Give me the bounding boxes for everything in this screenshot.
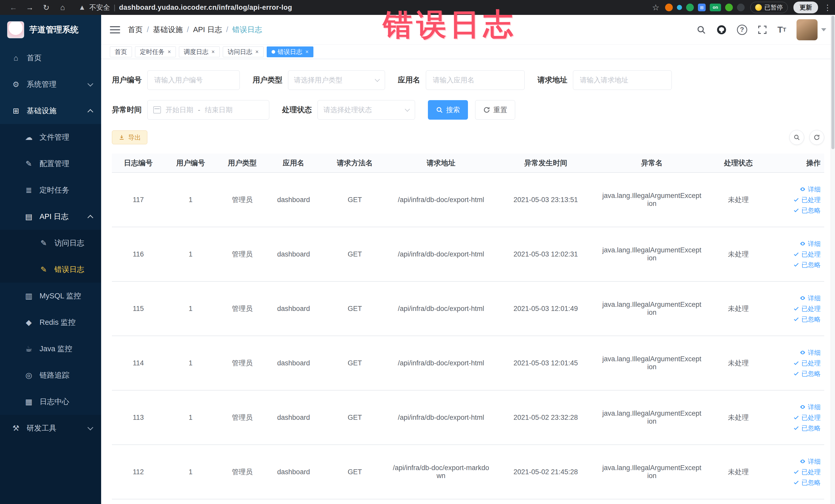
close-icon[interactable]: × xyxy=(256,48,259,55)
reload-icon[interactable]: ↻ xyxy=(39,3,54,12)
sidebar-item[interactable]: ≣定时任务 xyxy=(0,177,101,203)
chrome-menu-icon[interactable]: ⋮ xyxy=(824,3,829,12)
app-frame: 芋道管理系统 ⌂首页⚙系统管理⊞基础设施☁文件管理✎配置管理≣定时任务▤API … xyxy=(0,15,835,504)
extension-icon[interactable]: on xyxy=(710,4,721,11)
tab-item[interactable]: 定时任务× xyxy=(135,46,176,57)
extension-icon[interactable] xyxy=(725,4,733,11)
request-url-input[interactable] xyxy=(573,70,672,90)
column-header: 请求方法名 xyxy=(319,154,391,173)
tab-home[interactable]: 首页 xyxy=(110,46,132,57)
sidebar-item[interactable]: ▥MySQL 监控 xyxy=(0,283,101,309)
tab-item[interactable]: 调度日志× xyxy=(179,46,220,57)
sidebar-item[interactable]: ◎链路追踪 xyxy=(0,362,101,388)
back-icon[interactable]: ← xyxy=(6,3,21,12)
extension-icon[interactable] xyxy=(737,4,745,11)
sidebar-item-label: 定时任务 xyxy=(40,185,93,195)
extension-icon[interactable] xyxy=(686,4,694,11)
help-icon[interactable]: ? xyxy=(737,25,747,35)
tab-item[interactable]: 访问日志× xyxy=(223,46,264,57)
search-button[interactable]: 搜索 xyxy=(428,100,468,120)
process-status-select[interactable]: 请选择处理状态 xyxy=(318,100,415,120)
sidebar-item[interactable]: ▦日志中心 xyxy=(0,388,101,415)
user-id-input[interactable] xyxy=(147,70,240,90)
forward-icon[interactable]: → xyxy=(23,3,37,12)
error-log-icon: ✎ xyxy=(39,265,49,274)
search-icon[interactable] xyxy=(696,25,706,35)
sidebar-toggle-icon[interactable] xyxy=(110,24,120,36)
home-icon[interactable]: ⌂ xyxy=(56,3,70,12)
cell-method: GET xyxy=(319,227,391,281)
font-size-icon[interactable]: TT xyxy=(777,25,786,35)
processed-link[interactable]: 已处理 xyxy=(775,415,821,421)
sidebar: 芋道管理系统 ⌂首页⚙系统管理⊞基础设施☁文件管理✎配置管理≣定时任务▤API … xyxy=(0,15,101,504)
scrollbar[interactable] xyxy=(831,15,835,504)
export-button[interactable]: 导出 xyxy=(112,130,147,144)
address-bar[interactable]: ▲ 不安全 | dashboard.yudao.iocoder.cn/infra… xyxy=(79,3,650,12)
sidebar-item[interactable]: ⊞基础设施 xyxy=(0,98,101,124)
bookmark-star-icon[interactable]: ☆ xyxy=(652,3,659,12)
java-icon: ☕ xyxy=(24,344,34,353)
cell-user_type: 管理员 xyxy=(217,173,268,227)
chevron-down-icon xyxy=(821,28,826,31)
app-name-label: 应用名 xyxy=(398,75,420,85)
fullscreen-icon[interactable] xyxy=(757,25,767,35)
extension-icon[interactable]: ⊞ xyxy=(698,4,706,11)
logo-row[interactable]: 芋道管理系统 xyxy=(0,15,101,45)
detail-link[interactable]: 详细 xyxy=(775,404,821,410)
app-name-input[interactable] xyxy=(426,70,525,90)
close-icon[interactable]: × xyxy=(211,48,215,55)
github-icon[interactable] xyxy=(716,25,727,35)
tab-label: 首页 xyxy=(115,48,127,56)
ignore-link[interactable]: 已忽略 xyxy=(775,425,821,431)
date-separator: - xyxy=(198,106,200,114)
detail-link[interactable]: 详细 xyxy=(775,349,821,356)
detail-link[interactable]: 详细 xyxy=(775,458,821,465)
close-icon[interactable]: × xyxy=(305,48,309,55)
error-log-table: 日志编号用户编号用户类型应用名请求方法名请求地址异常发生时间异常名处理状态操作 … xyxy=(112,154,824,499)
detail-link[interactable]: 详细 xyxy=(775,295,821,301)
extension-icon[interactable] xyxy=(677,5,682,10)
cell-user_type: 管理员 xyxy=(217,227,268,281)
sidebar-item[interactable]: ✎访问日志 xyxy=(0,230,101,256)
update-button[interactable]: 更新 xyxy=(793,2,818,13)
cell-app: dashboard xyxy=(268,336,319,390)
refresh-button[interactable] xyxy=(809,130,824,145)
ignore-link[interactable]: 已忽略 xyxy=(775,262,821,268)
scrollbar-thumb[interactable] xyxy=(831,16,834,149)
sidebar-item[interactable]: ☁文件管理 xyxy=(0,124,101,150)
ignore-link[interactable]: 已忽略 xyxy=(775,370,821,377)
breadcrumb-item[interactable]: 基础设施 xyxy=(153,25,183,35)
sidebar-item[interactable]: ✎错误日志 xyxy=(0,256,101,283)
detail-link[interactable]: 详细 xyxy=(775,241,821,247)
ignore-link[interactable]: 已忽略 xyxy=(775,316,821,322)
ignore-link[interactable]: 已忽略 xyxy=(775,479,821,486)
breadcrumb-item[interactable]: 首页 xyxy=(128,25,143,35)
toggle-search-button[interactable] xyxy=(789,130,804,145)
column-header: 应用名 xyxy=(268,154,319,173)
cell-user_type: 管理员 xyxy=(217,281,268,336)
sidebar-item[interactable]: ▤API 日志 xyxy=(0,203,101,230)
sidebar-item[interactable]: ⚒研发工具 xyxy=(0,415,101,441)
processed-link[interactable]: 已处理 xyxy=(775,251,821,258)
sidebar-item[interactable]: ✎配置管理 xyxy=(0,150,101,177)
sidebar-item[interactable]: ⚙系统管理 xyxy=(0,71,101,98)
cell-exception: java.lang.IllegalArgumentException xyxy=(600,390,704,445)
processed-link[interactable]: 已处理 xyxy=(775,197,821,203)
user-type-select[interactable]: 请选择用户类型 xyxy=(288,70,385,90)
close-icon[interactable]: × xyxy=(168,48,171,55)
reset-button[interactable]: 重置 xyxy=(475,100,515,120)
processed-link[interactable]: 已处理 xyxy=(775,360,821,366)
ignore-link[interactable]: 已忽略 xyxy=(775,207,821,214)
breadcrumb-item[interactable]: API 日志 xyxy=(193,25,222,35)
sidebar-item[interactable]: ◆Redis 监控 xyxy=(0,309,101,336)
sidebar-item[interactable]: ☕Java 监控 xyxy=(0,336,101,362)
date-range-picker[interactable]: 开始日期 - 结束日期 xyxy=(147,100,269,120)
detail-link[interactable]: 详细 xyxy=(775,186,821,193)
processed-link[interactable]: 已处理 xyxy=(775,469,821,475)
tab-item[interactable]: 错误日志× xyxy=(267,46,314,57)
processed-link[interactable]: 已处理 xyxy=(775,305,821,312)
extension-icon[interactable] xyxy=(665,4,673,11)
paused-badge[interactable]: 已暂停 xyxy=(750,2,788,13)
user-menu[interactable] xyxy=(796,19,826,40)
sidebar-item[interactable]: ⌂首页 xyxy=(0,45,101,71)
